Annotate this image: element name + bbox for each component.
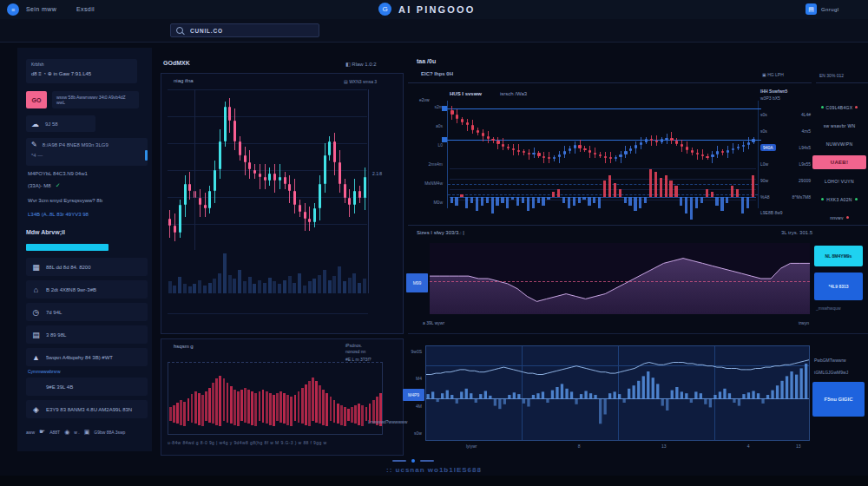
menu-item[interactable]: Sein mww <box>26 6 56 12</box>
area-footer-right: trwyn <box>799 320 809 325</box>
stat-key: 940A <box>760 144 776 151</box>
account-summary-card[interactable]: Krbfsh d8 ≡ ◔ ⊕ in Gaw 7:91.L45 <box>26 59 137 83</box>
account-icon[interactable]: ▤ <box>806 3 817 15</box>
sidebar-footer: aww ☛ A88T ◉ w . ▣ G9bw 88A 3swp <box>26 428 149 436</box>
sidebar-item[interactable]: ⌂B 2dt 4X8N8 9wr-3#B <box>26 280 148 299</box>
stat-row[interactable]: s0s4L4# <box>760 106 811 122</box>
area-left-tag[interactable]: M99 <box>406 273 428 292</box>
cloud-row[interactable]: ☁ 9J 58 <box>26 115 95 132</box>
stat-row[interactable]: s0s4zs5 <box>760 122 811 139</box>
histogram-bar <box>720 197 723 211</box>
fund-button[interactable]: F5nu GIGIC <box>812 382 865 417</box>
record-icon[interactable]: ◉ <box>64 429 69 436</box>
status-dot <box>821 198 824 200</box>
sidebar: Krbfsh d8 ≡ ◔ ⊕ in Gaw 7:91.L45 GO wssw … <box>17 48 152 451</box>
candle <box>288 184 291 191</box>
candle <box>655 141 658 142</box>
order-row[interactable]: LOHO! VUYN <box>812 174 866 187</box>
flow-bar <box>580 394 582 398</box>
stat-row[interactable]: %A88^Ms7M8 <box>760 188 811 205</box>
badge-icon[interactable]: ▣ <box>84 429 90 436</box>
flow-bar <box>719 391 721 398</box>
volume-bar <box>332 276 336 293</box>
candle <box>635 145 637 148</box>
trade-button[interactable]: *4L9 8313 <box>814 273 863 300</box>
progress-bar <box>26 244 108 251</box>
flow-bar <box>618 394 621 398</box>
oscillator-bar <box>262 390 265 423</box>
order-row[interactable]: nnvwv <box>812 211 866 224</box>
stat-row[interactable]: 940AL94s5 <box>760 139 811 155</box>
signal-corner-label: e2vw <box>419 97 430 102</box>
sidebar-item[interactable]: ▦88L dd 8d 84. 8200 <box>26 258 148 276</box>
order-row[interactable]: HXK3 A02N <box>812 193 866 206</box>
oscillator-chart[interactable] <box>168 362 383 435</box>
search-input[interactable] <box>188 27 296 35</box>
volume-bar <box>218 273 221 293</box>
histogram-bar <box>665 175 667 198</box>
histogram-bar <box>715 197 718 206</box>
candle <box>716 151 719 154</box>
flow-bar <box>446 391 449 399</box>
sell-button[interactable]: UAEB! <box>812 155 866 169</box>
candle <box>477 130 479 134</box>
histogram-bar <box>669 181 672 197</box>
flow-bar <box>623 399 626 404</box>
order-label: C09L4B4GX <box>826 105 853 110</box>
flow-chart-frame[interactable] <box>425 345 810 441</box>
footer-pager[interactable] <box>392 459 434 463</box>
tool-label: 8:/A98 P4 8NE8 M93n 3LG9 <box>43 142 108 148</box>
candle <box>670 138 673 141</box>
signal-candles[interactable] <box>450 102 756 167</box>
candle <box>537 153 540 156</box>
top-bar: ≡ Sein mww Exsdil G AI PINGOOO ▤ Gnrugl <box>0 0 868 20</box>
stat-row[interactable]: L0wL9s55 <box>760 155 811 172</box>
flow-bar <box>738 399 740 406</box>
candle <box>624 151 627 154</box>
menu-item[interactable]: Exsdil <box>76 6 95 12</box>
histogram-bar <box>680 197 682 206</box>
account-label[interactable]: Gnrugl <box>821 7 838 12</box>
sidebar-link[interactable]: L34B (A..8L 83r 49YV3 98 <box>28 212 89 217</box>
menu-icon[interactable]: ≡ <box>7 3 19 16</box>
oscillator-x-axis: u-84w 84wd g 8-0 9g | w4g y 9d4w8 g8(hg … <box>168 440 391 445</box>
search-box[interactable] <box>170 23 319 37</box>
candle <box>219 141 221 169</box>
right-meta-1: ▣ HG LPH <box>762 72 784 77</box>
candle <box>204 205 207 208</box>
sidebar-item[interactable]: 9#E 39L 4B <box>26 378 148 396</box>
divider <box>408 333 868 334</box>
layout-icon[interactable]: ◧ <box>345 62 351 67</box>
sidebar-item[interactable]: ◈E3Y9 83 8ANM3 4.8U AM2A99L 83N <box>26 400 148 418</box>
pointer-icon[interactable]: ☛ <box>39 428 45 436</box>
line-handle[interactable] <box>442 137 447 142</box>
go-badge[interactable]: GO <box>26 91 47 108</box>
footer-text: A88T <box>49 430 60 435</box>
y-axis-label: M4 <box>416 376 422 381</box>
histogram-bar <box>639 197 641 208</box>
sidebar-item[interactable]: ▲5wqsn A4bqwhy 84 3B) #WT <box>26 348 148 366</box>
line-handle[interactable] <box>442 106 447 111</box>
area-chart-frame[interactable] <box>430 243 810 314</box>
stat-row[interactable]: 90w29009 <box>760 172 811 188</box>
volume-bar <box>308 281 312 293</box>
buy-button[interactable]: NL 8M4YM9s <box>814 246 863 266</box>
volume-bar <box>338 266 341 293</box>
grid-icon[interactable]: ▣ <box>762 72 766 77</box>
stat-value: 4zs5 <box>801 128 811 134</box>
order-row[interactable]: sw wsavbr WN <box>812 119 866 132</box>
sidebar-item[interactable]: ◷7d 94L <box>26 303 148 321</box>
candle <box>224 107 227 141</box>
order-row[interactable]: NUWVW/PN <box>812 137 866 150</box>
flow-left-tag[interactable]: M4P9 <box>403 389 424 401</box>
candlestick-chart[interactable] <box>168 89 367 250</box>
candle <box>675 141 678 144</box>
area-footer-left: a 39L wywr <box>423 320 444 325</box>
cloud-label: 9J 58 <box>45 122 58 127</box>
stats-rows: s0s4L4#s0s4zs5940AL94s5L0wL9s5590w29009%… <box>760 106 811 205</box>
main-chart-toolbar[interactable]: ▤ WXN3 smsa 3 <box>344 79 377 84</box>
sidebar-item[interactable]: ▤3 89 98L <box>26 325 148 344</box>
order-row[interactable]: C09L4B4GX <box>812 101 866 114</box>
scroll-indicator[interactable] <box>145 150 148 161</box>
tool-card[interactable]: ✎ 8:/A98 P4 8NE8 M93n 3LG9 *4 — <box>26 138 148 166</box>
